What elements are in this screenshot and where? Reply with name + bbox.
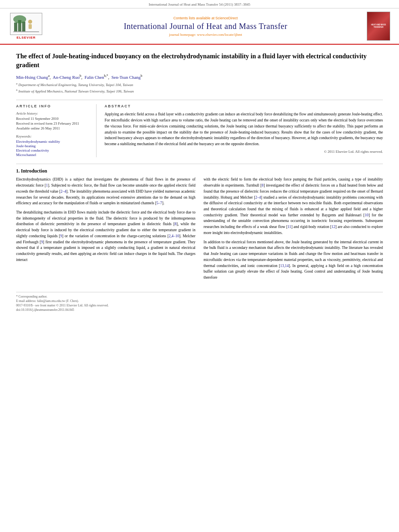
body-column-left: Electrohydrodynamics (EHD) is a subject … (16, 177, 195, 283)
body-column-right: with the electric field to form the elec… (204, 177, 383, 283)
svg-rect-5 (29, 24, 32, 29)
journal-homepage-text: journal homepage: www.elsevier.com/locat… (49, 33, 362, 37)
affiliation-a: Department of Mechanical Engineering, Ta… (19, 83, 133, 87)
keyword-1: Electrohydrodynamic stability (16, 140, 90, 144)
intro-para-2: The destabilizing mechanisms in EHD flow… (16, 210, 195, 263)
author-3: Falin Chen (84, 74, 104, 79)
abstract-header: ABSTRACT (105, 104, 383, 108)
authors-line: Min-Hsing Changa, An-Cheng Ruob, Falin C… (16, 74, 383, 80)
article-content: The effect of Joule-heating-induced buoy… (0, 45, 399, 320)
issn-note: 0017-9310/$ - see front matter © 2011 El… (16, 304, 383, 307)
article-info-header: ARTICLE INFO (16, 104, 90, 108)
journal-reference-bar: International Journal of Heat and Mass T… (0, 0, 399, 8)
received-date: Received 11 September 2010 (16, 117, 90, 121)
history-label: Article history: (16, 111, 90, 115)
intro-para-1: Electrohydrodynamics (EHD) is a subject … (16, 177, 195, 206)
author-4: Sen-Tsun Chang (111, 74, 141, 79)
keyword-4: Microchannel (16, 153, 90, 157)
article-info-column: ARTICLE INFO Article history: Received 1… (16, 104, 97, 157)
keyword-3: Electrical conductivity (16, 148, 90, 152)
copyright-line: © 2011 Elsevier Ltd. All rights reserved… (105, 150, 383, 154)
abstract-column: ABSTRACT Applying an electric field acro… (105, 104, 383, 157)
sciencedirect-link-text[interactable]: ScienceDirect (215, 16, 238, 20)
cover-box: HEAT AND MASS TRANSFER (367, 12, 390, 41)
intro-para-3: with the electric field to form the elec… (204, 177, 383, 236)
section-1-heading: 1. Introduction (16, 168, 383, 174)
svg-point-4 (28, 20, 32, 24)
divider-1 (16, 100, 383, 100)
article-title: The effect of Joule-heating-induced buoy… (16, 52, 383, 70)
journal-center-header: Contents lists available at ScienceDirec… (49, 16, 362, 37)
journal-header: ELSEVIER Contents lists available at Sci… (0, 8, 399, 45)
doi-note: doi:10.1016/j.ijheatmasstransfer.2011.04… (16, 308, 383, 312)
author-2: An-Cheng Ruo (53, 74, 80, 79)
elsevier-emblem (10, 13, 42, 35)
journal-cover-image: HEAT AND MASS TRANSFER (367, 12, 391, 41)
abstract-text: Applying an electric field across a flui… (105, 111, 383, 147)
journal-title: International Journal of Heat and Mass T… (49, 22, 362, 31)
article-body-columns: Electrohydrodynamics (EHD) is a subject … (16, 177, 383, 283)
elsevier-text: ELSEVIER (16, 36, 36, 39)
contents-available-text: Contents lists available at ScienceDirec… (49, 16, 362, 20)
affiliations: a Department of Mechanical Engineering, … (16, 82, 383, 94)
article-info-abstract-section: ARTICLE INFO Article history: Received 1… (16, 104, 383, 157)
journal-reference-text: International Journal of Heat and Mass T… (149, 2, 250, 6)
divider-2 (16, 164, 383, 164)
elsevier-svg-icon (12, 14, 40, 34)
affiliation-b: Institute of Applied Mechanics, National… (19, 89, 134, 93)
corresponding-note: * Corresponding author. (16, 295, 383, 298)
footnote-area: * Corresponding author. E-mail address: … (16, 292, 383, 312)
available-date: Available online 26 May 2011 (16, 126, 90, 130)
keyword-2: Joule-heating (16, 144, 90, 148)
revised-date: Received in revised form 23 February 201… (16, 121, 90, 125)
cover-title: HEAT AND MASS TRANSFER (368, 24, 389, 29)
svg-rect-2 (22, 22, 25, 31)
email-note: E-mail address: falin@iam.ntu.edu.tw (F.… (16, 299, 383, 303)
elsevier-logo-section: ELSEVIER (8, 13, 44, 39)
author-1: Min-Hsing Chang (16, 74, 48, 79)
keywords-label: Keywords: (16, 134, 90, 138)
svg-point-3 (13, 15, 26, 23)
intro-para-4: In addition to the electrical forces men… (204, 239, 383, 281)
svg-rect-0 (14, 23, 17, 31)
